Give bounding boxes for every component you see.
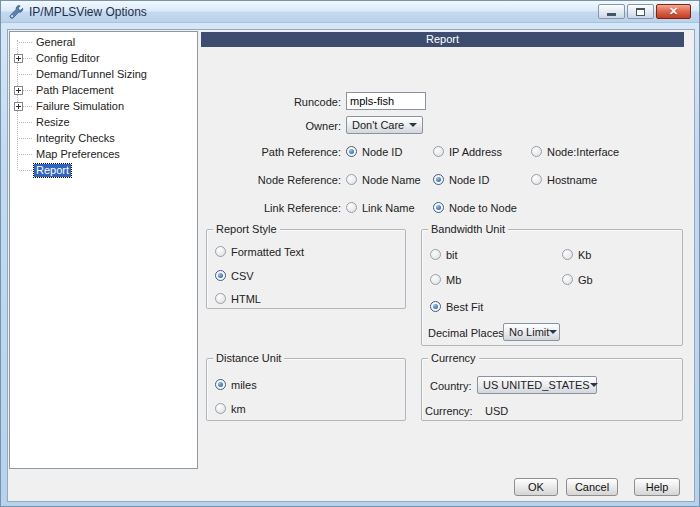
radio-csv[interactable]: CSV bbox=[215, 269, 254, 282]
radio-mb[interactable]: Mb bbox=[430, 273, 461, 286]
expand-plus-icon[interactable] bbox=[14, 102, 23, 111]
radio-label: miles bbox=[231, 379, 257, 391]
owner-selected-value: Don't Care bbox=[352, 119, 404, 131]
sidebar-item-resize[interactable]: Resize bbox=[11, 114, 196, 130]
decimal-places-selected-value: No Limit bbox=[509, 326, 549, 338]
radio-label: Node ID bbox=[362, 146, 402, 158]
minimize-button[interactable] bbox=[598, 4, 625, 19]
sidebar-item-failure-simulation[interactable]: Failure Simulation bbox=[11, 98, 196, 114]
radio-node-node-name[interactable]: Node Name bbox=[346, 173, 421, 186]
radio-gb[interactable]: Gb bbox=[562, 273, 593, 286]
report-style-group-title: Report Style bbox=[213, 222, 280, 236]
tree-item-label: Resize bbox=[34, 116, 72, 129]
radio-label: Best Fit bbox=[446, 301, 483, 313]
radio-label: Node ID bbox=[449, 174, 489, 186]
radio-label: Formatted Text bbox=[231, 246, 304, 258]
radio-node-node-id[interactable]: Node ID bbox=[433, 173, 489, 186]
radio-icon bbox=[215, 403, 226, 414]
radio-link-link-name[interactable]: Link Name bbox=[346, 201, 415, 214]
radio-label: Link Name bbox=[362, 202, 415, 214]
radio-icon bbox=[433, 174, 444, 185]
chevron-down-icon bbox=[549, 330, 557, 334]
radio-icon bbox=[430, 274, 441, 285]
country-label: Country: bbox=[430, 380, 472, 392]
radio-icon bbox=[346, 146, 357, 157]
radio-html[interactable]: HTML bbox=[215, 292, 261, 305]
radio-icon bbox=[433, 146, 444, 157]
sidebar-item-config-editor[interactable]: Config Editor bbox=[11, 50, 196, 66]
radio-icon bbox=[215, 270, 226, 281]
radio-kb[interactable]: Kb bbox=[562, 248, 591, 261]
radio-label: IP Address bbox=[449, 146, 502, 158]
close-icon: ✕ bbox=[669, 5, 678, 18]
cancel-button[interactable]: Cancel bbox=[566, 478, 618, 496]
ok-button[interactable]: OK bbox=[514, 478, 558, 496]
radio-label: Node to Node bbox=[449, 202, 517, 214]
distance-unit-group-title: Distance Unit bbox=[213, 351, 284, 365]
tree-item-label: Config Editor bbox=[34, 52, 102, 65]
panel-title: Report bbox=[201, 32, 684, 47]
radio-path-node-id[interactable]: Node ID bbox=[346, 145, 402, 158]
radio-link-node-to-node[interactable]: Node to Node bbox=[433, 201, 517, 214]
wrench-icon bbox=[8, 4, 24, 20]
tree-item-label: Failure Simulation bbox=[34, 100, 126, 113]
titlebar: IP/MPLSView Options ✕ bbox=[1, 1, 700, 23]
radio-icon bbox=[215, 379, 226, 390]
runcode-input[interactable] bbox=[346, 92, 426, 110]
radio-path-ip-address[interactable]: IP Address bbox=[433, 145, 502, 158]
runcode-label: Runcode: bbox=[241, 96, 341, 108]
decimal-places-combobox[interactable]: No Limit bbox=[503, 323, 560, 341]
report-style-group: Report Style Formatted Text CSV HTML bbox=[206, 229, 406, 309]
radio-formatted-text[interactable]: Formatted Text bbox=[215, 245, 304, 258]
chevron-down-icon bbox=[590, 383, 598, 387]
country-combobox[interactable]: US UNITED_STATES bbox=[477, 376, 597, 394]
path-reference-label: Path Reference: bbox=[216, 146, 341, 158]
owner-label: Owner: bbox=[241, 120, 341, 132]
radio-bit[interactable]: bit bbox=[430, 248, 458, 261]
currency-value-label: Currency: bbox=[425, 405, 473, 417]
help-button[interactable]: Help bbox=[634, 478, 680, 496]
radio-label: CSV bbox=[231, 270, 254, 282]
radio-path-node-interface[interactable]: Node:Interface bbox=[531, 145, 619, 158]
window-title: IP/MPLSView Options bbox=[29, 1, 147, 23]
bandwidth-unit-group-title: Bandwidth Unit bbox=[428, 222, 508, 236]
radio-miles[interactable]: miles bbox=[215, 378, 257, 391]
radio-icon bbox=[215, 293, 226, 304]
sidebar-item-map-preferences[interactable]: Map Preferences bbox=[11, 146, 196, 162]
radio-label: Mb bbox=[446, 274, 461, 286]
radio-icon bbox=[433, 202, 444, 213]
radio-best-fit[interactable]: Best Fit bbox=[430, 300, 483, 313]
sidebar-item-general[interactable]: General bbox=[11, 34, 196, 50]
radio-icon bbox=[531, 146, 542, 157]
currency-group: Currency Country: US UNITED_STATES Curre… bbox=[421, 358, 683, 421]
maximize-button[interactable] bbox=[627, 4, 654, 19]
tree-item-label: Map Preferences bbox=[34, 148, 122, 161]
minimize-icon bbox=[607, 13, 616, 16]
radio-icon bbox=[562, 249, 573, 260]
radio-icon bbox=[430, 249, 441, 260]
radio-icon bbox=[562, 274, 573, 285]
radio-icon bbox=[430, 301, 441, 312]
radio-label: bit bbox=[446, 249, 458, 261]
sidebar-item-integrity-checks[interactable]: Integrity Checks bbox=[11, 130, 196, 146]
options-window: IP/MPLSView Options ✕ General Config Edi… bbox=[0, 0, 700, 507]
close-button[interactable]: ✕ bbox=[656, 4, 691, 19]
link-reference-label: Link Reference: bbox=[216, 202, 341, 214]
radio-icon bbox=[531, 174, 542, 185]
sidebar-item-path-placement[interactable]: Path Placement bbox=[11, 82, 196, 98]
radio-km[interactable]: km bbox=[215, 402, 246, 415]
decimal-places-label: Decimal Places: bbox=[428, 327, 507, 339]
radio-node-hostname[interactable]: Hostname bbox=[531, 173, 597, 186]
sidebar-item-report[interactable]: Report bbox=[11, 162, 196, 178]
owner-combobox[interactable]: Don't Care bbox=[346, 116, 423, 134]
tree-item-label: Report bbox=[34, 164, 71, 177]
expand-plus-icon[interactable] bbox=[14, 86, 23, 95]
distance-unit-group: Distance Unit miles km bbox=[206, 358, 406, 421]
tree-item-label: Integrity Checks bbox=[34, 132, 117, 145]
sidebar-item-demand-tunnel-sizing[interactable]: Demand/Tunnel Sizing bbox=[11, 66, 196, 82]
maximize-icon bbox=[636, 8, 645, 16]
radio-label: Gb bbox=[578, 274, 593, 286]
radio-icon bbox=[346, 202, 357, 213]
tree-item-label: Path Placement bbox=[34, 84, 116, 97]
expand-plus-icon[interactable] bbox=[14, 54, 23, 63]
